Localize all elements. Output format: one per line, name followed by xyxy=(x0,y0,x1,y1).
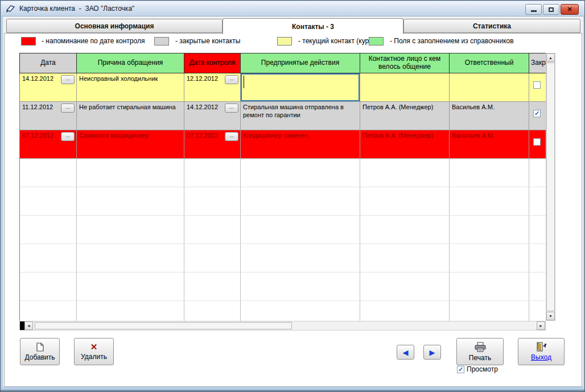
exit-button-label: Выход xyxy=(531,353,551,361)
grid-body: 14.12.2012 ... Неисправный холодильник 1… xyxy=(19,73,546,321)
cell-contact[interactable]: Петров А.А. (Менеджер) xyxy=(360,102,450,130)
scroll-down-icon[interactable]: ▼ xyxy=(546,312,555,320)
cell-closed[interactable]: ✓ xyxy=(529,102,546,130)
table-row-empty xyxy=(20,244,546,273)
closed-checkbox[interactable]: ✓ xyxy=(533,110,541,117)
date-picker-button[interactable]: ... xyxy=(61,75,75,84)
new-document-icon xyxy=(36,343,44,352)
closed-checkbox[interactable] xyxy=(533,138,541,146)
table-row-empty xyxy=(20,187,546,216)
cell-responsible[interactable] xyxy=(450,73,529,102)
scroll-left-icon[interactable]: ◄ xyxy=(24,321,33,330)
cell-actions-editing[interactable] xyxy=(241,73,360,102)
date-picker-button[interactable]: ... xyxy=(225,132,238,141)
cell-reason[interactable]: Сломался кондиционер xyxy=(77,130,184,159)
window-frame-bottom xyxy=(1,390,584,391)
scroll-up-icon[interactable]: ▲ xyxy=(546,53,555,62)
cell-responsible[interactable]: Васильев А.М. xyxy=(450,130,529,159)
cell-contact[interactable]: Петров А.А. (Менеджер) xyxy=(360,130,450,159)
cell-date-value: 14.12.2012 xyxy=(22,75,53,82)
cell-closed[interactable] xyxy=(529,130,546,159)
delete-button[interactable]: ✕ Удалить xyxy=(74,338,114,365)
table-row-empty xyxy=(20,216,546,244)
date-picker-button[interactable]: ... xyxy=(61,132,75,141)
cell-date[interactable]: 14.12.2012 ... xyxy=(20,73,77,102)
legend-color-closed xyxy=(154,37,169,46)
cell-control-date[interactable]: 14.12.2012 ... xyxy=(184,102,241,130)
maximize-button[interactable] xyxy=(543,4,559,15)
cell-control-date-value: 14.12.2012 xyxy=(187,104,218,110)
cell-date[interactable]: 11.12.2012 ... xyxy=(20,102,77,130)
cell-closed[interactable] xyxy=(529,73,546,102)
scroll-right-icon[interactable]: ► xyxy=(537,321,545,330)
scrollbar-corner xyxy=(546,321,555,331)
legend-label-closed: - закрытые контакты xyxy=(175,37,240,45)
previous-record-button[interactable]: ◀ xyxy=(397,345,414,360)
tab-statistics[interactable]: Статистика xyxy=(403,19,580,33)
vertical-scroll-thumb[interactable] xyxy=(546,63,555,311)
preview-checkbox-label: Просмотр xyxy=(467,365,498,373)
col-header-control-date[interactable]: Дата контроля xyxy=(184,53,241,73)
cell-responsible[interactable]: Васильев А.М. xyxy=(450,102,529,130)
grid-header-row: Дата Причина обращения Дата контроля Пре… xyxy=(19,53,546,73)
preview-checkbox[interactable]: ✓ xyxy=(457,366,464,373)
legend-color-reference xyxy=(369,37,384,46)
cell-actions[interactable]: Стиральная машина отправлена в ремонт по… xyxy=(241,102,360,130)
col-header-closed[interactable]: Закрыт xyxy=(529,53,546,73)
col-header-actions[interactable]: Предпринятые действия xyxy=(241,53,360,73)
arrow-left-icon: ◀ xyxy=(403,349,409,356)
printer-icon xyxy=(474,342,487,352)
title-bar: Карточка клиента - ЗАО "Ласточка" ✕ xyxy=(1,1,584,16)
exit-door-icon xyxy=(536,342,547,352)
legend-color-reminder xyxy=(21,37,36,46)
cell-control-date-value: 12.12.2012 xyxy=(187,75,218,82)
table-row-reminder[interactable]: 07.12.2012 ... Сломался кондиционер 07.1… xyxy=(20,130,546,159)
cell-control-date[interactable]: 12.12.2012 ... xyxy=(184,73,241,102)
minimize-button[interactable] xyxy=(525,4,542,15)
add-button-label: Добавить xyxy=(24,353,55,361)
date-picker-button[interactable]: ... xyxy=(225,104,238,113)
maximize-icon xyxy=(549,7,554,12)
col-header-date[interactable]: Дата xyxy=(20,53,77,73)
vertical-scrollbar[interactable]: ▲ ▼ xyxy=(546,53,555,321)
print-button-label: Печать xyxy=(469,354,491,362)
col-header-reason[interactable]: Причина обращения xyxy=(77,53,184,73)
cell-date[interactable]: 07.12.2012 ... xyxy=(20,130,77,159)
tab-contacts[interactable]: Контакты - 3 xyxy=(223,18,403,34)
print-button[interactable]: Печать xyxy=(456,338,504,365)
legend-label-reminder: - напоминание по дате контроля xyxy=(42,37,145,45)
tab-main-info[interactable]: Основная информация xyxy=(6,19,223,33)
col-header-responsible[interactable]: Ответственный xyxy=(450,53,529,73)
table-row-closed[interactable]: 11.12.2012 ... Не работает стиральная ма… xyxy=(20,102,546,130)
col-header-contact[interactable]: Контактное лицо с кем велось общение xyxy=(360,53,450,73)
window-title: Карточка клиента - ЗАО "Ласточка" xyxy=(19,5,134,13)
app-icon xyxy=(6,5,15,13)
preview-checkbox-row[interactable]: ✓ Просмотр xyxy=(457,365,498,373)
cell-control-date[interactable]: 07.12.2012 ... xyxy=(184,130,241,159)
app-window: Карточка клиента - ЗАО "Ласточка" ✕ Осно… xyxy=(0,0,585,392)
cell-date-value: 07.12.2012 xyxy=(22,132,53,139)
table-row-current[interactable]: 14.12.2012 ... Неисправный холодильник 1… xyxy=(20,73,546,102)
date-picker-button[interactable]: ... xyxy=(61,104,75,113)
horizontal-scroll-thumb[interactable] xyxy=(35,322,292,329)
legend-label-reference: - Поля с заполнением из справочников xyxy=(390,37,514,45)
table-row-empty xyxy=(20,159,546,187)
minimize-icon xyxy=(531,10,537,12)
cell-reason[interactable]: Неисправный холодильник xyxy=(77,73,184,102)
date-picker-button[interactable]: ... xyxy=(225,75,238,84)
add-button[interactable]: Добавить xyxy=(20,338,60,365)
delete-x-icon: ✕ xyxy=(90,343,98,351)
grid-corner-black xyxy=(20,321,24,330)
cell-actions[interactable]: Кондиционер заменен. xyxy=(241,130,360,159)
next-record-button[interactable]: ▶ xyxy=(423,345,441,360)
arrow-right-icon: ▶ xyxy=(430,349,435,356)
close-button[interactable]: ✕ xyxy=(561,4,579,15)
closed-checkbox[interactable] xyxy=(533,81,541,89)
cell-reason[interactable]: Не работает стиральная машина xyxy=(77,102,184,130)
delete-button-label: Удалить xyxy=(81,353,107,361)
horizontal-scrollbar[interactable]: ◄ ► xyxy=(19,321,546,331)
cell-contact[interactable] xyxy=(360,73,450,102)
text-caret xyxy=(244,76,244,88)
exit-button[interactable]: Выход xyxy=(518,338,565,365)
contacts-grid: Дата Причина обращения Дата контроля Пре… xyxy=(19,53,555,331)
